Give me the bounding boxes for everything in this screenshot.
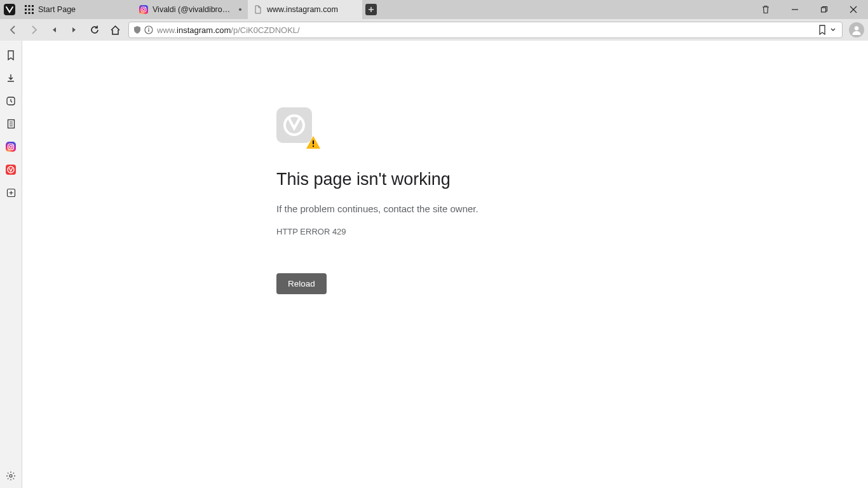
vivaldi-panel-icon[interactable] [5, 164, 17, 175]
error-message: If the problem continues, contact the si… [276, 203, 607, 214]
svg-rect-7 [25, 12, 27, 14]
tab-bar: Start Page Vivaldi (@vivaldibrowser) www… [0, 0, 868, 19]
grid-icon [24, 4, 34, 15]
svg-point-16 [148, 27, 149, 29]
svg-point-29 [285, 116, 304, 135]
downloads-panel-icon[interactable] [5, 72, 17, 84]
page-content: This page isn't working If the problem c… [22, 41, 868, 488]
tab-title: www.instagram.com [267, 5, 356, 14]
svg-point-18 [855, 26, 858, 30]
info-icon[interactable] [144, 25, 153, 34]
side-panel [0, 41, 22, 488]
trash-button[interactable] [751, 0, 780, 19]
add-panel-icon[interactable] [5, 187, 17, 198]
svg-rect-2 [29, 5, 31, 7]
notes-panel-icon[interactable] [5, 118, 17, 130]
address-bar[interactable]: www.instagram.com/p/CiK0CZDNOKL/ [128, 22, 843, 38]
tab-title: Vivaldi (@vivaldibrowser) [153, 5, 235, 14]
forward-button[interactable] [24, 20, 43, 39]
new-tab-button[interactable] [362, 0, 380, 19]
error-page: This page isn't working If the problem c… [276, 107, 607, 294]
svg-rect-0 [4, 4, 15, 15]
instagram-icon [139, 4, 149, 15]
bookmark-icon[interactable] [818, 25, 827, 35]
svg-rect-30 [313, 140, 314, 144]
bookmark-dropdown-icon[interactable] [828, 27, 838, 32]
window-controls [751, 0, 868, 19]
minimize-button[interactable] [780, 0, 810, 19]
svg-rect-3 [32, 5, 34, 7]
profile-avatar[interactable] [849, 22, 864, 37]
error-title: This page isn't working [276, 170, 607, 189]
shield-icon[interactable] [133, 25, 142, 34]
tab-instagram-profile[interactable]: Vivaldi (@vivaldibrowser) [133, 0, 248, 19]
reload-button[interactable] [85, 20, 104, 39]
svg-rect-5 [29, 9, 31, 11]
rewind-button[interactable] [44, 20, 64, 39]
home-button[interactable] [105, 20, 125, 39]
tab-title: Start Page [38, 5, 127, 14]
tab-instagram-post[interactable]: www.instagram.com [248, 0, 362, 19]
settings-icon[interactable] [5, 470, 17, 482]
svg-rect-1 [25, 5, 27, 7]
toolbar: www.instagram.com/p/CiK0CZDNOKL/ [0, 19, 868, 41]
svg-point-28 [10, 475, 12, 477]
tab-start-page[interactable]: Start Page [19, 0, 133, 19]
back-button[interactable] [4, 20, 23, 39]
close-button[interactable] [839, 0, 868, 19]
svg-rect-4 [25, 9, 27, 11]
svg-rect-6 [32, 9, 34, 11]
svg-rect-21 [6, 142, 16, 152]
tab-unread-indicator [239, 8, 241, 11]
svg-rect-8 [29, 12, 31, 14]
svg-rect-31 [313, 146, 314, 147]
svg-point-24 [12, 144, 13, 146]
history-panel-icon[interactable] [5, 95, 17, 107]
svg-rect-14 [822, 8, 826, 12]
maximize-button[interactable] [810, 0, 839, 19]
instagram-panel-icon[interactable] [5, 141, 17, 152]
svg-rect-17 [148, 29, 149, 32]
reload-page-button[interactable]: Reload [276, 273, 327, 294]
fast-forward-button[interactable] [65, 20, 84, 39]
error-icon [276, 107, 315, 146]
svg-rect-9 [32, 12, 34, 14]
warning-icon [306, 135, 321, 149]
bookmark-panel-icon[interactable] [5, 50, 17, 61]
error-code: HTTP ERROR 429 [276, 227, 607, 236]
vivaldi-app-icon[interactable] [0, 0, 19, 19]
svg-point-13 [145, 8, 146, 8]
url-text: www.instagram.com/p/CiK0CZDNOKL/ [157, 25, 814, 35]
page-icon [253, 4, 263, 15]
svg-rect-10 [139, 5, 148, 14]
